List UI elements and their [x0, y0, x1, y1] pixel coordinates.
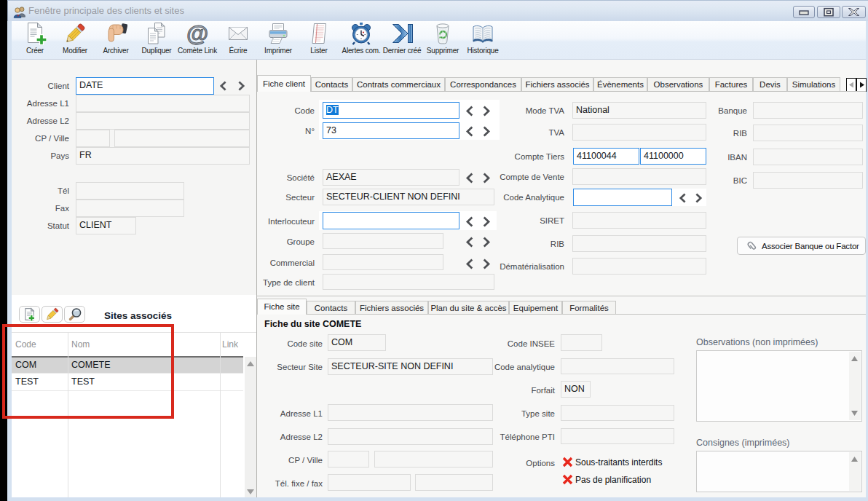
svg-text:@: @: [186, 22, 208, 45]
